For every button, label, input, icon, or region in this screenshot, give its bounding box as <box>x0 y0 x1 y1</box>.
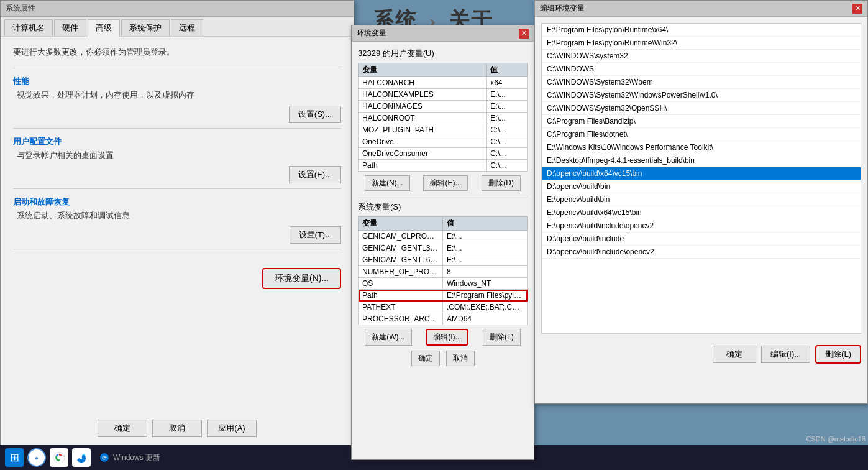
sys-var-row[interactable]: OSWindows_NT <box>359 278 528 290</box>
user-vars-table: 变量 值 HALCONARCHx64HALCONEXAMPLESE:\...HA… <box>358 63 528 172</box>
path-list-item[interactable]: E:\Desktop\ffmpeg-4.4.1-essentials_build… <box>542 154 861 167</box>
path-titlebar: 编辑环境变量 ✕ <box>535 1 867 17</box>
sys-var-row[interactable]: PROCESSOR_ARCHITECTUREAMD64 <box>359 313 528 325</box>
path-editor-window: 编辑环境变量 ✕ E:\Program Files\pylon\Runtime\… <box>534 0 868 404</box>
user-new-button[interactable]: 新建(N)... <box>365 175 410 191</box>
user-vars-buttons: 新建(N)... 编辑(E)... 删除(D) <box>358 175 528 191</box>
sys-apply-button[interactable]: 应用(A) <box>207 420 257 437</box>
env-title: 环境变量 <box>357 28 386 39</box>
startup-settings-button[interactable]: 设置(T)... <box>290 226 341 244</box>
path-list-item[interactable]: C:\WINDOWS <box>542 63 861 76</box>
tab-computername[interactable]: 计算机名 <box>4 19 53 36</box>
path-confirm-button[interactable]: 确定 <box>713 346 756 363</box>
path-close-button[interactable]: ✕ <box>852 4 862 14</box>
user-var-row[interactable]: MOZ_PLUGIN_PATHC:\... <box>359 124 528 136</box>
chrome-icon[interactable] <box>50 448 68 467</box>
env-titlebar: 环境变量 ✕ <box>352 25 534 42</box>
user-vars-title: 32329 的用户变量(U) <box>358 48 528 59</box>
sys-var-col-value: 值 <box>443 217 528 231</box>
performance-settings-button[interactable]: 设置(S)... <box>289 106 341 123</box>
sys-props-titlebar: 系统属性 <box>1 1 354 17</box>
sys-delete-button[interactable]: 删除(L) <box>483 329 521 346</box>
close-button[interactable]: ✕ <box>519 29 529 39</box>
tab-remote[interactable]: 远程 <box>171 19 203 36</box>
path-list-item[interactable]: C:\WINDOWS\System32\Wbem <box>542 76 861 89</box>
performance-label: 性能 <box>13 76 341 87</box>
path-list[interactable]: E:\Program Files\pylon\Runtime\x64\E:\Pr… <box>541 23 861 334</box>
cortana-button[interactable]: ● <box>27 448 46 467</box>
path-list-item[interactable]: D:\opencv\build\include <box>542 233 861 246</box>
path-bottom-buttons: 确定 编辑(I)... 删除(L) <box>535 340 867 369</box>
edge-icon[interactable] <box>72 448 91 467</box>
sys-vars-title: 系统变量(S) <box>358 201 528 213</box>
path-list-item[interactable]: E:\Windows Kits\10\Windows Performance T… <box>542 141 861 154</box>
user-var-row[interactable]: HALCONARCHx64 <box>359 77 528 89</box>
env-cancel-button[interactable]: 取消 <box>446 351 475 366</box>
performance-desc: 视觉效果，处理器计划，内存使用，以及虚拟内存 <box>13 90 341 101</box>
path-list-item[interactable]: C:\WINDOWS\System32\OpenSSH\ <box>542 102 861 115</box>
startup-desc: 系统启动、系统故障和调试信息 <box>13 210 341 221</box>
user-var-col-name: 变量 <box>359 63 487 77</box>
sys-var-row[interactable]: GENICAM_GENTL32_PATHE:\... <box>359 242 528 254</box>
user-var-row[interactable]: HALCONEXAMPLESE:\... <box>359 89 528 101</box>
env-confirm-button[interactable]: 确定 <box>411 351 440 366</box>
user-var-row[interactable]: HALCONIMAGESE:\... <box>359 101 528 113</box>
path-list-item[interactable]: D:\opencv\build\x64\vc15\bin <box>542 167 861 180</box>
user-edit-button[interactable]: 编辑(E)... <box>423 175 468 191</box>
path-list-item[interactable]: E:\opencv\build\x64\vc15\bin <box>542 206 861 219</box>
userprofile-desc: 与登录帐户相关的桌面设置 <box>13 150 341 161</box>
path-list-item[interactable]: E:\Program Files\pylon\Runtime\x64\ <box>542 24 861 37</box>
path-editor-title: 编辑环境变量 <box>540 3 585 14</box>
sys-new-button[interactable]: 新建(W)... <box>365 329 411 346</box>
userprofile-label: 用户配置文件 <box>13 136 341 147</box>
tab-sysprotect[interactable]: 系统保护 <box>121 19 170 36</box>
path-list-item[interactable]: D:\opencv\build\include\opencv2 <box>542 246 861 259</box>
user-var-row[interactable]: OneDriveConsumerC:\... <box>359 148 528 160</box>
sys-var-col-name: 变量 <box>359 217 443 231</box>
sys-var-row[interactable]: NUMBER_OF_PROCESSORS8 <box>359 266 528 278</box>
environment-variables-window: 环境变量 ✕ 32329 的用户变量(U) 变量 值 HALCONARCHx64… <box>351 25 534 460</box>
path-edit-button[interactable]: 编辑(I)... <box>761 346 810 363</box>
path-list-item[interactable]: C:\WINDOWS\system32 <box>542 50 861 63</box>
path-list-item[interactable]: C:\Program Files\Bandizip\ <box>542 115 861 128</box>
sys-props-content: 要进行大多数更改，你必须作为管理员登录。 性能 视觉效果，处理器计划，内存使用，… <box>1 37 354 304</box>
path-list-item[interactable]: E:\Program Files\pylon\Runtime\Win32\ <box>542 37 861 50</box>
tabs-bar: 计算机名 硬件 高级 系统保护 远程 <box>1 17 354 37</box>
sys-var-row[interactable]: GENICAM_GENTL64_PATHE:\... <box>359 254 528 266</box>
windows-update-label: ⟳ Windows 更新 <box>99 453 160 463</box>
startup-label: 启动和故障恢复 <box>13 196 341 208</box>
sys-vars-table: 变量 值 GENICAM_CLPROTOCOLE:\...GENICAM_GEN… <box>358 216 528 325</box>
user-var-row[interactable]: OneDriveC:\... <box>359 136 528 148</box>
watermark: CSDN @melodic18 <box>806 435 866 443</box>
tab-advanced[interactable]: 高级 <box>88 19 120 37</box>
sys-var-row[interactable]: GENICAM_CLPROTOCOLE:\... <box>359 231 528 242</box>
path-list-item[interactable]: D:\opencv\build\bin <box>542 180 861 193</box>
path-list-item[interactable]: E:\opencv\build\bin <box>542 193 861 206</box>
tab-hardware[interactable]: 硬件 <box>54 19 86 36</box>
userprofile-settings-button[interactable]: 设置(E)... <box>289 166 341 183</box>
sys-notice: 要进行大多数更改，你必须作为管理员登录。 <box>13 47 341 58</box>
sys-var-row[interactable]: PathE:\Program Files\pylon\Runtime\x64;E… <box>359 290 528 302</box>
sys-props-title: 系统属性 <box>6 4 35 12</box>
sys-cancel-button[interactable]: 取消 <box>152 420 202 437</box>
svg-text:⟳: ⟳ <box>102 454 107 461</box>
sys-props-bottom-buttons: 确定 取消 应用(A) <box>1 420 354 437</box>
user-var-col-value: 值 <box>487 63 528 77</box>
path-delete-button[interactable]: 删除(L) <box>815 345 861 364</box>
sys-vars-buttons: 新建(W)... 编辑(I)... 删除(L) <box>358 329 528 346</box>
path-list-item[interactable]: C:\Program Files\dotnet\ <box>542 128 861 141</box>
sys-confirm-button[interactable]: 确定 <box>98 420 147 437</box>
path-list-item[interactable]: E:\opencv\build\include\opencv2 <box>542 219 861 233</box>
sys-edit-button[interactable]: 编辑(I)... <box>426 329 468 346</box>
env-variables-button[interactable]: 环境变量(N)... <box>262 268 341 289</box>
env-content: 32329 的用户变量(U) 变量 值 HALCONARCHx64HALCONE… <box>352 42 534 372</box>
system-properties-window: 系统属性 计算机名 硬件 高级 系统保护 远程 要进行大多数更改，你必须作为管理… <box>0 0 354 448</box>
path-list-item[interactable]: C:\WINDOWS\System32\WindowsPowerShell\v1… <box>542 89 861 102</box>
windows-start-button[interactable]: ⊞ <box>5 448 24 467</box>
user-var-row[interactable]: PathC:\... <box>359 160 528 172</box>
user-var-row[interactable]: HALCONROOTE:\... <box>359 113 528 124</box>
sys-var-row[interactable]: PATHEXT.COM;.EXE;.BAT;.CMD;.VBS;.VBE;.JS… <box>359 302 528 313</box>
user-delete-button[interactable]: 删除(D) <box>482 175 521 191</box>
